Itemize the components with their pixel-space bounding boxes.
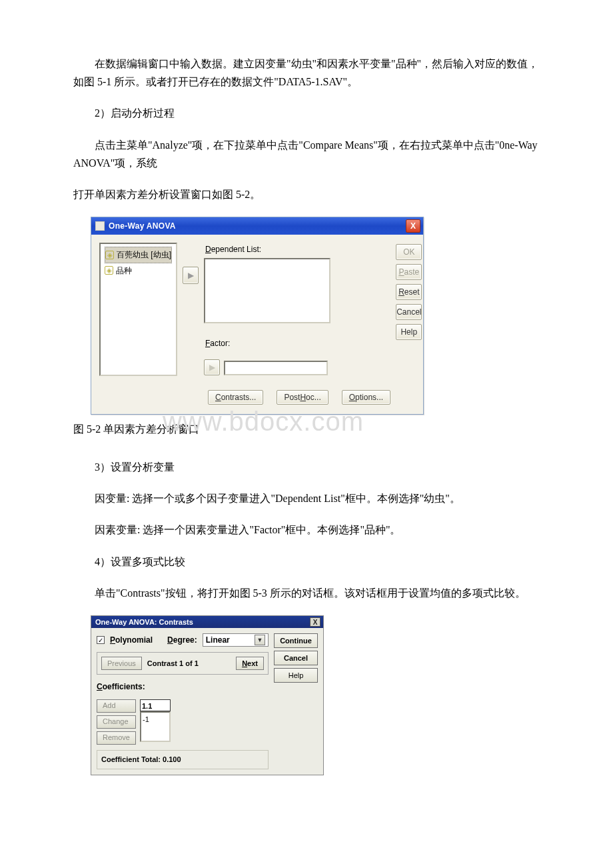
variable-label: 品种 — [116, 264, 132, 277]
help-button[interactable]: Help — [396, 324, 422, 340]
chevron-down-icon: ▼ — [255, 635, 265, 645]
move-to-factor-button[interactable]: ▶ — [204, 359, 220, 375]
coefficient-total: Coefficient Total: 0.100 — [97, 750, 269, 769]
paragraph: 因变量: 选择一个或多个因子变量进入"Dependent List"框中。本例选… — [73, 489, 540, 507]
factor-field[interactable] — [224, 361, 328, 375]
section-heading: 4）设置多项式比较 — [73, 553, 540, 571]
move-to-dependent-button[interactable]: ▶ — [183, 267, 199, 284]
coefficient-list[interactable]: -1 — [140, 711, 171, 742]
degree-dropdown[interactable]: Linear ▼ — [203, 633, 269, 647]
dialog-titlebar: One-Way ANOVA: Contrasts X — [91, 616, 323, 628]
dialog-title: One-Way ANOVA: Contrasts — [95, 616, 193, 629]
one-way-anova-dialog: One-Way ANOVA X ◈ 百蔸幼虫 [幼虫] ◈ 品种 ▶ Depen… — [91, 217, 424, 415]
dialog-title: One-Way ANOVA — [109, 219, 406, 233]
paragraph: 点击主菜单"Analyze"项，在下拉菜单中点击"Compare Means"项… — [73, 136, 540, 172]
post-hoc-button[interactable]: Post Hoc... — [277, 390, 328, 405]
figure-caption: 图 5-2 单因素方差分析窗口 — [73, 420, 540, 438]
paste-button[interactable]: Paste — [396, 264, 422, 280]
coefficient-input[interactable]: 1.1 — [140, 699, 171, 711]
paragraph: 打开单因素方差分析设置窗口如图 5-2。 — [73, 185, 540, 203]
options-button[interactable]: Options... — [342, 390, 390, 405]
degree-label: Degree: — [167, 633, 197, 647]
change-button[interactable]: Change — [97, 715, 136, 729]
section-heading: 2）启动分析过程 — [73, 104, 540, 122]
variable-label: 百蔸幼虫 [幼虫] — [117, 248, 171, 261]
remove-button[interactable]: Remove — [97, 731, 136, 745]
previous-button[interactable]: Previous — [101, 657, 142, 670]
close-button[interactable]: X — [406, 219, 420, 233]
dependent-list-label: Dependent List: — [205, 243, 390, 256]
variable-icon: ◈ — [105, 251, 114, 259]
dialog-icon — [95, 221, 105, 231]
close-button[interactable]: X — [310, 617, 320, 627]
ok-button[interactable]: OK — [396, 244, 422, 260]
polynomial-checkbox[interactable]: ✓ — [97, 636, 105, 644]
dialog-titlebar: One-Way ANOVA X — [91, 217, 423, 235]
add-button[interactable]: Add — [97, 699, 136, 713]
paragraph: 单击"Contrasts"按钮，将打开如图 5-3 所示的对话框。该对话框用于设… — [73, 584, 540, 602]
variable-list[interactable]: ◈ 百蔸幼虫 [幼虫] ◈ 品种 — [99, 243, 177, 376]
contrast-counter: Contrast 1 of 1 — [147, 657, 199, 670]
paragraph: 在数据编辑窗口中输入数据。建立因变量"幼虫"和因素水平变量"品种"，然后输入对应… — [73, 55, 540, 91]
contrasts-button[interactable]: Contrasts... — [208, 390, 263, 405]
variable-icon: ◈ — [105, 266, 113, 275]
cancel-button[interactable]: Cancel — [274, 651, 318, 665]
polynomial-label: Polynomial — [110, 633, 153, 647]
cancel-button[interactable]: Cancel — [396, 304, 422, 320]
factor-label: Factor: — [205, 337, 390, 350]
contrast-nav-panel: Previous Contrast 1 of 1 Next — [97, 652, 269, 675]
reset-button[interactable]: Reset — [396, 284, 422, 300]
coefficients-label: Coefficients: — [97, 680, 269, 693]
variable-item-selected[interactable]: ◈ 百蔸幼虫 [幼虫] — [105, 247, 172, 263]
help-button[interactable]: Help — [274, 668, 318, 683]
degree-value: Linear — [206, 633, 230, 647]
section-heading: 3）设置分析变量 — [73, 458, 540, 476]
paragraph: 因素变量: 选择一个因素变量进入"Factor"框中。本例选择"品种"。 — [73, 521, 540, 539]
variable-item[interactable]: ◈ 品种 — [105, 263, 172, 278]
contrasts-dialog: One-Way ANOVA: Contrasts X ✓ Polynomial … — [91, 615, 324, 775]
continue-button[interactable]: Continue — [274, 633, 318, 648]
dependent-list-box[interactable] — [204, 258, 330, 323]
next-button[interactable]: Next — [236, 657, 264, 670]
